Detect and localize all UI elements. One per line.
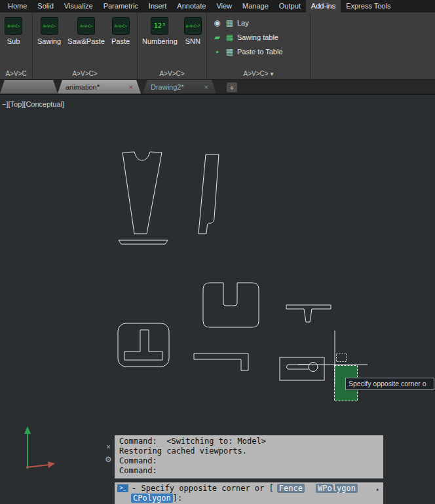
ribbon-tab-insert[interactable]: Insert [143,0,172,12]
pickbox [337,353,347,362]
panel-footer-label: A>V>C> [244,70,269,77]
cad-shape-t-bracket[interactable] [286,305,331,322]
file-tab-drawing2[interactable]: Drawing2* × [143,80,216,94]
sawing-table-button-label: Sawing table [237,33,278,41]
paste-to-table-button[interactable]: ▪ ▦ Paste to Table [209,45,286,58]
paste-icon: ▪ [212,46,222,56]
ucs-icon [24,426,55,469]
sawing-button[interactable]: A>V>C> Sawing [35,16,64,46]
paste-to-table-button-label: Paste to Table [237,48,283,56]
cad-shape-leg-front[interactable] [123,152,162,234]
file-tab-label: Drawing2* [151,83,184,91]
ribbon-tab-manage[interactable]: Manage [237,0,274,12]
command-window-sidebar: × ⚙ [103,442,114,464]
ribbon-tab-home[interactable]: Home [3,0,32,12]
command-prompt-text: - Specify opposite corner or [ [132,484,274,493]
panel-footer-avc-dropdown[interactable]: A>V>C> ▾ [207,69,310,79]
panel-footer-avc[interactable]: A>V>C [0,69,32,79]
saw-icon: ▰ [212,32,222,42]
command-history-line: Command: [115,466,383,476]
ribbon-tab-express-tools[interactable]: Express Tools [341,0,396,12]
lay-button-label: Lay [237,19,249,27]
command-prompt-icon: >_ [117,484,128,492]
command-prompt-suffix: ]: [173,494,182,503]
cad-shape-keyhole-slot[interactable] [287,365,309,369]
viewport-controls[interactable]: −][Top][Conceptual] [2,100,64,108]
paste-button-label: Paste [111,37,130,45]
chevron-down-icon: ▾ [270,70,273,77]
cad-shape-leg-side[interactable] [199,154,219,234]
wrench-icon[interactable]: ⚙ [105,455,112,464]
command-history: Command: <Switching to: Model> Restoring… [115,435,383,478]
paste-button[interactable]: A>V>C> Paste [109,16,132,46]
ribbon-panel-sub: A>V>C> Sub A>V>C [0,12,33,79]
command-input[interactable]: >_ - Specify opposite corner or [Fence W… [115,482,383,504]
scroll-up-icon[interactable]: ▴ [376,486,379,492]
numbering-button[interactable]: 12³ Numbering [140,16,180,46]
avc-logo-icon: A>V>C> [112,17,130,35]
command-history-line: Command: <Switching to: Model> [115,437,383,446]
command-history-line: Restoring cached viewports. [115,446,383,456]
close-icon[interactable]: × [204,83,208,91]
saw-and-paste-button[interactable]: A>V>C> Saw&Paste [65,16,107,46]
file-tab-animation[interactable]: animation* × [58,80,141,94]
new-tab-button[interactable]: + [227,82,237,92]
ribbon-panel-numbering: 12³ Numbering A>V>C>? SNN A>V>C> [138,12,207,79]
sub-button[interactable]: A>V>C> Sub [2,16,25,46]
file-tab-bar: animation* × Drawing2* × + [0,80,435,95]
ribbon-panel-tables: ◉ ▦ Lay ▰ ▦ Sawing table ▪ ▦ Paste to Ta… [207,12,311,79]
option-fence[interactable]: Fence [277,484,305,493]
table-icon: ▦ [225,18,235,27]
cad-shape-angle[interactable] [194,353,248,370]
ribbon-tab-solid[interactable]: Solid [32,0,58,12]
file-tab-stub[interactable] [0,80,58,94]
ribbon-tab-addins[interactable]: Add-ins [306,0,341,12]
avc-logo-icon: A>V>C> [77,17,95,35]
sawing-button-label: Sawing [37,37,61,45]
ribbon-tab-parametric[interactable]: Parametric [98,0,143,12]
numbering-icon: 12³ [151,17,168,35]
numbering-button-label: Numbering [142,37,178,45]
cad-shape-leg-foot[interactable] [119,240,168,244]
ribbon-panel-sawing: A>V>C> Sawing A>V>C> Saw&Paste A>V>C> Pa… [33,12,138,79]
command-history-line: Command: [115,456,383,466]
eye-icon: ◉ [212,18,222,27]
snn-button-label: SNN [185,37,200,45]
avc-logo-icon: A>V>C> [5,17,22,35]
cad-shape-keyhole-circle[interactable] [309,363,318,372]
snn-icon: A>V>C>? [184,17,202,35]
model-space-canvas[interactable]: −][Top][Conceptual] Specify opposite cor… [0,95,435,504]
cursor-tooltip: Specify opposite corner o [345,378,434,390]
ribbon-tab-view[interactable]: View [211,0,237,12]
file-tab-label: animation* [66,83,100,91]
cad-shape-t-inner[interactable] [124,330,162,360]
saw-and-paste-button-label: Saw&Paste [67,37,105,45]
ribbon-tab-output[interactable]: Output [274,0,306,12]
panel-footer-avc[interactable]: A>V>C> [138,69,206,79]
close-icon[interactable]: × [129,83,133,91]
close-icon[interactable]: × [106,442,111,452]
option-wpolygon[interactable]: WPolygon [316,484,358,493]
ribbon-tab-visualize[interactable]: Visualize [59,0,98,12]
table-icon: ▦ [225,32,235,42]
ribbon-tab-annotate[interactable]: Annotate [172,0,211,12]
option-separator [308,484,312,493]
snn-button[interactable]: A>V>C>? SNN [181,16,204,46]
table-icon: ▦ [225,46,235,56]
ribbon-tab-bar: Home Solid Visualize Parametric Insert A… [0,0,435,12]
panel-footer-avc[interactable]: A>V>C> [33,69,137,79]
sub-button-label: Sub [7,37,20,45]
avc-logo-icon: A>V>C> [41,17,58,35]
option-cpolygon[interactable]: CPolygon [131,494,173,503]
cad-shape-plate-slotted[interactable] [203,283,259,327]
lay-button[interactable]: ◉ ▦ Lay [209,16,252,29]
sawing-table-button[interactable]: ▰ ▦ Sawing table [209,30,282,44]
ribbon: A>V>C> Sub A>V>C A>V>C> Sawing A>V>C> Sa… [0,12,435,80]
